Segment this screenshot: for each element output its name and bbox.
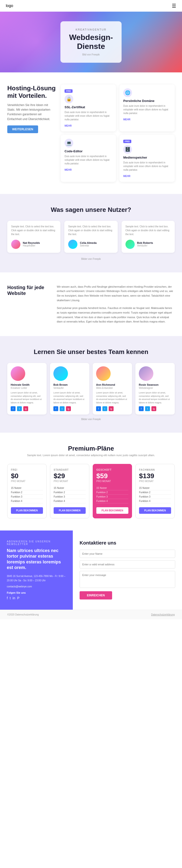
hosting-left: Hosting-Lösung mit Vorteilen. Verwirklic… bbox=[7, 85, 61, 133]
facebook-icon[interactable]: f bbox=[53, 406, 58, 411]
plan-period: PRO MONAT bbox=[11, 480, 43, 483]
pricing-subtitle: Sample text. Lorem ipsum dolor sit amet,… bbox=[7, 454, 175, 457]
hosting-cta-button[interactable]: WEITERLESEN bbox=[7, 125, 38, 133]
feature-title: Persönliche Domäne bbox=[123, 99, 171, 103]
team-member-name: Bob Brown bbox=[53, 383, 86, 386]
hero-card: KREATIVAGENTUR Webdesign- Dienste Bild v… bbox=[60, 21, 122, 63]
testimonial-person: Bob Roberts Verkäufer bbox=[126, 240, 171, 249]
twitter-icon[interactable]: t bbox=[145, 406, 150, 411]
plan-cta-button[interactable]: PLAN BEKOMMEN bbox=[96, 507, 128, 514]
team-member-card: Rosie Swanson Webdesigner Lorem ipsum do… bbox=[135, 363, 175, 414]
facebook-icon[interactable]: f bbox=[139, 406, 144, 411]
instagram-icon[interactable]: ig bbox=[23, 406, 28, 411]
facebook-icon[interactable]: f bbox=[11, 406, 16, 411]
feature-text: Duis aute irure dolor in reprehenderit i… bbox=[64, 111, 112, 121]
feature-card: 💻 Code-Editor Duis aute irure dolor in r… bbox=[61, 135, 116, 182]
facebook-icon[interactable]: f bbox=[7, 596, 8, 600]
pinterest-icon[interactable]: P bbox=[17, 596, 19, 600]
hosting-every-title: Hosting für jede Website bbox=[7, 284, 51, 296]
testimonial-avatar bbox=[11, 240, 20, 249]
team-grid: Heinrate Smith Kreativer Leiter Lorem ip… bbox=[7, 363, 175, 414]
feature-badge: FREI bbox=[123, 140, 131, 143]
feature-more-link[interactable]: MEHR bbox=[123, 118, 130, 121]
footer-privacy[interactable]: Datenschutzerklärung bbox=[151, 613, 175, 616]
plan-features: 15 NutzerFunktion 2Funktion 3Funktion 4 bbox=[54, 486, 86, 503]
pricing-feature: 15 Nutzer bbox=[139, 486, 171, 490]
team-member-card: Heinrate Smith Kreativer Leiter Lorem ip… bbox=[7, 363, 47, 414]
plan-type: GESCHÄFT bbox=[96, 468, 128, 471]
feature-badge: FREI bbox=[64, 89, 73, 93]
newsletter-follow-label: Folgen Sie uns bbox=[7, 591, 66, 594]
testimonial-role: Haupthalter bbox=[23, 244, 40, 247]
pricing-plan-card: GESCHÄFT $59 PRO MONAT 15 NutzerFunktion… bbox=[93, 464, 132, 518]
team-member-bio: Lorem ipsum dolor sit amet, consectetur … bbox=[11, 391, 43, 404]
twitter-icon[interactable]: t bbox=[60, 406, 64, 411]
contact-name-input[interactable] bbox=[80, 550, 175, 558]
instagram-icon[interactable]: ig bbox=[66, 406, 71, 411]
testimonial-person: Celia Almeda Sekretär bbox=[68, 240, 113, 249]
testimonials-img-credit: Bilder von Freepik bbox=[7, 258, 175, 260]
feature-card: FREI 🗄️ Medienspeicher Duis aute irure d… bbox=[120, 135, 175, 182]
testimonial-role: Verkäufer bbox=[137, 244, 153, 247]
pricing-feature: 15 Nutzer bbox=[11, 486, 43, 490]
twitter-icon[interactable]: t bbox=[17, 406, 22, 411]
hosting-section: Hosting-Lösung mit Vorteilen. Verwirklic… bbox=[0, 72, 182, 194]
feature-icon: 🌐 bbox=[123, 88, 132, 97]
testimonial-text: Sample text. Click to select the text bo… bbox=[11, 225, 56, 236]
plan-period: PRO MONAT bbox=[54, 480, 86, 483]
testimonial-info: Celia Almeda Sekretär bbox=[80, 241, 97, 247]
instagram-icon[interactable]: ig bbox=[151, 406, 156, 411]
pricing-feature: Funktion 2 bbox=[11, 490, 43, 495]
newsletter-email[interactable]: contacts@webnye.com bbox=[7, 585, 66, 588]
team-img-credit: Bilder von Freepik bbox=[7, 418, 175, 421]
pricing-section: Premium-Pläne Sample text. Lorem ipsum d… bbox=[0, 433, 182, 530]
plan-period: PRO MONAT bbox=[139, 480, 171, 483]
contact-message-input[interactable] bbox=[80, 571, 175, 588]
testimonial-text: Sample text. Click to select the text bo… bbox=[126, 225, 171, 236]
team-member-role: Webdesigner bbox=[139, 387, 171, 389]
feature-text: Duis aute irure dolor in reprehenderit i… bbox=[123, 161, 171, 172]
plan-features: 15 NutzerFunktion 2Funktion 3Funktion 4 bbox=[11, 486, 43, 503]
plan-cta-button[interactable]: PLAN BEKOMMEN bbox=[139, 507, 171, 514]
pricing-title: Premium-Pläne bbox=[7, 445, 175, 452]
pricing-feature: Funktion 4 bbox=[139, 499, 171, 503]
testimonials-title: Was sagen unsere Nutzer? bbox=[7, 206, 175, 214]
hosting-every-text2: Sed pulvinar pron gravida hendrerit lect… bbox=[57, 306, 175, 324]
plan-cta-button[interactable]: PLAN BEKOMMEN bbox=[54, 507, 86, 514]
team-member-socials: f t ig bbox=[139, 406, 171, 411]
twitter-icon[interactable]: t bbox=[10, 596, 11, 600]
team-title: Lernen Sie unser bestes Team kennen bbox=[7, 348, 175, 356]
hosting-every-section: Hosting für jede Website Wir wissen auch… bbox=[0, 272, 182, 336]
testimonial-text: Sample text. Click to select the text bo… bbox=[68, 225, 113, 236]
newsletter-socials: f t in P bbox=[7, 596, 66, 600]
team-member-socials: f t ig bbox=[96, 406, 129, 411]
plan-cta-button[interactable]: PLAN BEKOMMEN bbox=[11, 507, 43, 514]
hamburger-icon[interactable]: ☰ bbox=[172, 3, 176, 9]
feature-more-link[interactable]: MEHR bbox=[123, 175, 130, 178]
testimonial-avatar bbox=[126, 240, 135, 249]
pricing-feature: Funktion 2 bbox=[54, 490, 86, 495]
plan-period: PRO MONAT bbox=[96, 480, 128, 483]
team-member-name: Rosie Swanson bbox=[139, 383, 171, 386]
contact-submit-button[interactable]: EINREICHEN bbox=[80, 591, 112, 599]
feature-text: Duis aute irure dolor in reprehenderit i… bbox=[64, 154, 112, 165]
instagram-icon[interactable]: ig bbox=[109, 406, 113, 411]
twitter-icon[interactable]: t bbox=[102, 406, 107, 411]
pricing-feature: Funktion 2 bbox=[139, 490, 171, 495]
feature-more-link[interactable]: MEHR bbox=[64, 168, 72, 171]
testimonials-grid: Sample text. Click to select the text bo… bbox=[7, 221, 175, 253]
feature-more-link[interactable]: MEHR bbox=[64, 124, 72, 127]
newsletter-address: 3045 16 Sun'ait Avenue, 123-456-7890 Mo … bbox=[7, 574, 66, 583]
newsletter-sublabel: ABONNIEREN SIE UNSEREN NEWSLETTER bbox=[7, 540, 66, 546]
navbar: logo ☰ bbox=[0, 0, 182, 11]
testimonial-avatar bbox=[68, 240, 77, 249]
facebook-icon[interactable]: f bbox=[96, 406, 101, 411]
feature-icon: 🔒 bbox=[64, 95, 73, 103]
linkedin-icon[interactable]: in bbox=[12, 596, 15, 600]
team-member-role: Kreativer Leiter bbox=[11, 387, 43, 389]
plan-type: FACHMANN bbox=[139, 468, 171, 471]
pricing-feature: Funktion 4 bbox=[54, 499, 86, 503]
contact-email-input[interactable] bbox=[80, 560, 175, 568]
testimonial-info: Bob Roberts Verkäufer bbox=[137, 241, 153, 247]
footer-top: ABONNIEREN SIE UNSEREN NEWSLETTER Nam ul… bbox=[0, 530, 182, 610]
